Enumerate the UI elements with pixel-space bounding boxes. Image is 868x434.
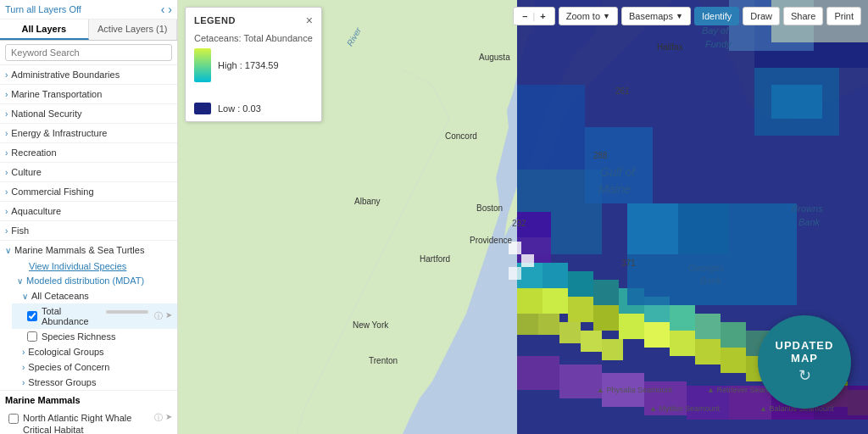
nav-forward-icon[interactable]: ›	[168, 3, 172, 15]
stressor-groups-label: Stressor Groups	[28, 377, 96, 387]
layer-info-icon[interactable]: ⓘ	[154, 310, 163, 322]
right-whale-actions: ⓘ ➤	[154, 412, 172, 424]
svg-rect-47	[729, 386, 771, 420]
legend-low-label: Low : 0.03	[218, 103, 261, 114]
layer-group-header-energy[interactable]: › Energy & Infrastructure	[0, 124, 177, 142]
legend-low-swatch	[194, 103, 211, 114]
layer-group-header-admin[interactable]: › Administrative Boundaries	[0, 65, 177, 84]
svg-rect-33	[559, 322, 581, 343]
ecological-groups-header[interactable]: › Ecological Groups	[12, 344, 177, 359]
layer-group-header-marine-mammals[interactable]: ∨ Marine Mammals & Sea Turtles	[0, 241, 177, 259]
svg-rect-40	[771, 85, 822, 119]
zoom-to-button[interactable]: Zoom to ▼	[559, 7, 618, 25]
marine-mammals-section-label: Marine Mammals	[0, 391, 177, 409]
modeled-distribution-header[interactable]: ∨ Modeled distribution (MDAT)	[12, 273, 177, 288]
legend-layer-label: Cetaceans: Total Abundance	[194, 33, 313, 43]
layer-group-label-recreation: Recreation	[11, 147, 56, 158]
sidebar: Turn all Layers Off ‹ › All Layers Activ…	[0, 0, 178, 434]
layer-group-header-marine-transport[interactable]: › Marine Transportation	[0, 85, 177, 103]
svg-rect-7	[542, 288, 568, 314]
right-whale-label: North Atlantic Right Whale Critical Habi…	[23, 412, 154, 434]
map-area[interactable]: Augusta Concord Boston Providence Hartfo…	[178, 0, 868, 434]
modeled-distribution-label: Modeled distribution (MDAT)	[26, 275, 144, 286]
layer-group-header-aquaculture[interactable]: › Aquaculture	[0, 202, 177, 220]
tab-all-layers[interactable]: All Layers	[0, 19, 89, 40]
nav-back-icon[interactable]: ‹	[161, 3, 165, 15]
chevron-down-icon: ∨	[17, 276, 23, 286]
svg-rect-51	[517, 85, 585, 170]
svg-rect-52	[585, 127, 653, 203]
layer-group-header-recreation[interactable]: › Recreation	[0, 143, 177, 162]
species-richness-checkbox[interactable]	[27, 331, 37, 342]
layer-group-header-commercial-fishing[interactable]: › Commercial Fishing	[0, 182, 177, 201]
legend-close-button[interactable]: ×	[306, 14, 313, 26]
keyword-search-input[interactable]	[5, 44, 172, 61]
layer-group-label-admin: Administrative Boundaries	[11, 70, 120, 80]
layer-group-admin: › Administrative Boundaries	[0, 65, 177, 85]
layer-group-marine-transport: › Marine Transportation	[0, 85, 177, 104]
layer-item-total-abundance: Total Abundance ⓘ ➤	[12, 303, 177, 329]
legend-high-swatch	[194, 48, 211, 82]
svg-rect-44	[602, 373, 644, 407]
chevron-right-icon: ›	[5, 90, 8, 99]
all-cetaceans-label: All Cetaceans	[31, 291, 89, 301]
marine-mammals-subgroup: View Individual Species ∨ Modeled distri…	[0, 259, 177, 390]
layer-group-label-fish: Fish	[11, 225, 29, 236]
layer-link-icon[interactable]: ➤	[165, 310, 172, 322]
chevron-down-icon: ∨	[5, 246, 11, 255]
turn-all-layers-off-link[interactable]: Turn all Layers Off	[5, 4, 81, 14]
right-whale-checkbox[interactable]	[8, 414, 19, 424]
tab-active-layers[interactable]: Active Layers (1)	[89, 19, 178, 40]
svg-rect-8	[568, 297, 593, 322]
identify-button[interactable]: Identify	[694, 7, 739, 25]
layer-group-label-culture: Culture	[11, 167, 41, 177]
draw-button[interactable]: Draw	[743, 7, 780, 25]
svg-rect-14	[721, 348, 746, 373]
identify-label: Identify	[702, 11, 732, 21]
print-button[interactable]: Print	[826, 7, 861, 25]
layer-group-header-fish[interactable]: › Fish	[0, 221, 177, 240]
legend-header: LEGEND ×	[194, 14, 313, 26]
legend-high-row: High : 1734.59	[194, 48, 313, 82]
species-of-concern-label: Species of Concern	[28, 362, 109, 372]
zoom-controls: – | +	[513, 7, 554, 25]
zoom-to-dropdown-icon: ▼	[603, 12, 610, 20]
layer-group-header-culture[interactable]: › Culture	[0, 163, 177, 181]
nav-arrows: ‹ ›	[161, 3, 172, 15]
layer-group-energy: › Energy & Infrastructure	[0, 124, 177, 143]
basemaps-button[interactable]: Basemaps ▼	[621, 7, 691, 25]
svg-rect-58	[521, 254, 534, 267]
svg-rect-10	[619, 314, 644, 339]
species-of-concern-header[interactable]: › Species of Concern	[12, 359, 177, 375]
svg-rect-59	[509, 267, 521, 280]
total-abundance-checkbox[interactable]	[27, 311, 37, 321]
opacity-slider[interactable]	[106, 310, 148, 314]
zoom-in-button[interactable]: +	[537, 11, 548, 21]
chevron-right-icon: ›	[5, 168, 8, 177]
total-abundance-actions: ⓘ ➤	[103, 310, 172, 322]
svg-rect-22	[568, 271, 593, 297]
all-cetaceans-header[interactable]: ∨ All Cetaceans	[12, 288, 177, 303]
print-label: Print	[834, 11, 854, 21]
layer-info-icon[interactable]: ⓘ	[154, 412, 163, 424]
share-label: Share	[791, 11, 815, 21]
svg-rect-37	[627, 203, 678, 254]
chevron-right-icon: ›	[22, 348, 25, 357]
updated-map-badge[interactable]: UPDATED MAP ↻	[758, 315, 851, 409]
layer-group-label-national-security: National Security	[11, 108, 81, 119]
view-individual-species-link[interactable]: View Individual Species	[12, 259, 177, 273]
badge-line2: MAP	[791, 352, 818, 364]
layer-group-header-national-security[interactable]: › National Security	[0, 104, 177, 123]
layer-group-culture: › Culture	[0, 163, 177, 182]
stressor-groups-header[interactable]: › Stressor Groups	[12, 375, 177, 390]
legend-popup: LEGEND × Cetaceans: Total Abundance High…	[185, 7, 322, 122]
zoom-out-button[interactable]: –	[519, 11, 531, 21]
share-button[interactable]: Share	[783, 7, 823, 25]
svg-rect-57	[509, 242, 521, 254]
ecological-groups-label: Ecological Groups	[28, 347, 103, 357]
layer-link-icon[interactable]: ➤	[165, 412, 172, 424]
layer-group-label-marine-transport: Marine Transportation	[11, 89, 102, 99]
tabs: All Layers Active Layers (1)	[0, 19, 177, 41]
svg-rect-23	[593, 280, 619, 305]
svg-rect-21	[542, 263, 568, 288]
